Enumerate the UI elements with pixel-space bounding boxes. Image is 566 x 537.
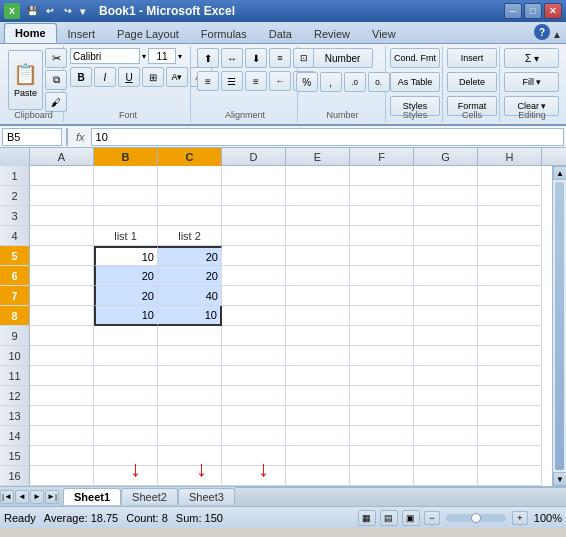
cell-D13[interactable] bbox=[222, 406, 286, 426]
fill-button[interactable]: Fill ▾ bbox=[504, 72, 559, 92]
sum-button[interactable]: Σ ▾ bbox=[504, 48, 559, 68]
cell-E9[interactable] bbox=[286, 326, 350, 346]
cell-D12[interactable] bbox=[222, 386, 286, 406]
cell-F6[interactable] bbox=[350, 266, 414, 286]
decrease-decimal-button[interactable]: 0. bbox=[368, 72, 390, 92]
cell-A5[interactable] bbox=[30, 246, 94, 266]
cell-E6[interactable] bbox=[286, 266, 350, 286]
copy-button[interactable]: ⧉ bbox=[45, 70, 67, 90]
row-header-9[interactable]: 9 bbox=[0, 326, 29, 346]
cell-F2[interactable] bbox=[350, 186, 414, 206]
cell-C8[interactable]: 10 bbox=[158, 306, 222, 326]
cell-E13[interactable] bbox=[286, 406, 350, 426]
cell-H11[interactable] bbox=[478, 366, 542, 386]
cell-D8[interactable] bbox=[222, 306, 286, 326]
cell-D7[interactable] bbox=[222, 286, 286, 306]
cell-F12[interactable] bbox=[350, 386, 414, 406]
cell-G2[interactable] bbox=[414, 186, 478, 206]
cell-D10[interactable] bbox=[222, 346, 286, 366]
row-header-8[interactable]: 8 bbox=[0, 306, 29, 326]
row-header-14[interactable]: 14 bbox=[0, 426, 29, 446]
cell-C4[interactable]: list 2 bbox=[158, 226, 222, 246]
cell-D14[interactable] bbox=[222, 426, 286, 446]
cell-G6[interactable] bbox=[414, 266, 478, 286]
cell-B6[interactable]: 20 bbox=[94, 266, 158, 286]
number-format-dropdown[interactable]: Number bbox=[313, 48, 373, 68]
cell-C5[interactable]: 20 bbox=[158, 246, 222, 266]
cell-F14[interactable] bbox=[350, 426, 414, 446]
cell-H13[interactable] bbox=[478, 406, 542, 426]
tab-data[interactable]: Data bbox=[258, 24, 303, 43]
cell-G12[interactable] bbox=[414, 386, 478, 406]
cell-H2[interactable] bbox=[478, 186, 542, 206]
cell-G1[interactable] bbox=[414, 166, 478, 186]
cut-button[interactable]: ✂ bbox=[45, 48, 67, 68]
cell-A9[interactable] bbox=[30, 326, 94, 346]
cell-E11[interactable] bbox=[286, 366, 350, 386]
cell-C7[interactable]: 40 bbox=[158, 286, 222, 306]
row-header-6[interactable]: 6 bbox=[0, 266, 29, 286]
cell-G14[interactable] bbox=[414, 426, 478, 446]
cell-C11[interactable] bbox=[158, 366, 222, 386]
row-header-3[interactable]: 3 bbox=[0, 206, 29, 226]
align-middle-button[interactable]: ↔ bbox=[221, 48, 243, 68]
cell-G8[interactable] bbox=[414, 306, 478, 326]
cell-B3[interactable] bbox=[94, 206, 158, 226]
cell-D16[interactable] bbox=[222, 466, 286, 486]
cell-D5[interactable] bbox=[222, 246, 286, 266]
cell-E5[interactable] bbox=[286, 246, 350, 266]
cell-D2[interactable] bbox=[222, 186, 286, 206]
cell-G9[interactable] bbox=[414, 326, 478, 346]
conditional-formatting-button[interactable]: Cond. Fmt bbox=[390, 48, 440, 68]
sheet-nav-first[interactable]: |◄ bbox=[0, 490, 14, 504]
cell-H10[interactable] bbox=[478, 346, 542, 366]
cell-H7[interactable] bbox=[478, 286, 542, 306]
col-header-D[interactable]: D bbox=[222, 148, 286, 166]
cell-A7[interactable] bbox=[30, 286, 94, 306]
row-header-13[interactable]: 13 bbox=[0, 406, 29, 426]
sheet-tab-sheet1[interactable]: Sheet1 bbox=[63, 488, 121, 505]
row-header-5[interactable]: 5 bbox=[0, 246, 29, 266]
cell-D6[interactable] bbox=[222, 266, 286, 286]
cell-H9[interactable] bbox=[478, 326, 542, 346]
border-button[interactable]: ⊞ bbox=[142, 67, 164, 87]
row-header-7[interactable]: 7 bbox=[0, 286, 29, 306]
align-right-button[interactable]: ≡ bbox=[245, 71, 267, 91]
quick-save-btn[interactable]: 💾 bbox=[24, 4, 40, 18]
sheet-nav-prev[interactable]: ◄ bbox=[15, 490, 29, 504]
row-header-15[interactable]: 15 bbox=[0, 446, 29, 466]
cell-F10[interactable] bbox=[350, 346, 414, 366]
cell-E3[interactable] bbox=[286, 206, 350, 226]
cell-F9[interactable] bbox=[350, 326, 414, 346]
cell-G7[interactable] bbox=[414, 286, 478, 306]
cell-C10[interactable] bbox=[158, 346, 222, 366]
cell-H16[interactable] bbox=[478, 466, 542, 486]
cell-D4[interactable] bbox=[222, 226, 286, 246]
formula-input[interactable] bbox=[91, 128, 564, 146]
cell-F13[interactable] bbox=[350, 406, 414, 426]
col-header-F[interactable]: F bbox=[350, 148, 414, 166]
cell-E14[interactable] bbox=[286, 426, 350, 446]
cell-A15[interactable] bbox=[30, 446, 94, 466]
cell-E4[interactable] bbox=[286, 226, 350, 246]
cell-B8[interactable]: 10 bbox=[94, 306, 158, 326]
maximize-btn[interactable]: □ bbox=[524, 3, 542, 19]
cell-B4[interactable]: list 1 bbox=[94, 226, 158, 246]
bold-button[interactable]: B bbox=[70, 67, 92, 87]
cell-E15[interactable] bbox=[286, 446, 350, 466]
zoom-in-btn[interactable]: + bbox=[512, 511, 528, 525]
cell-F8[interactable] bbox=[350, 306, 414, 326]
cell-C16[interactable] bbox=[158, 466, 222, 486]
cell-B1[interactable] bbox=[94, 166, 158, 186]
tab-review[interactable]: Review bbox=[303, 24, 361, 43]
cell-B15[interactable] bbox=[94, 446, 158, 466]
cell-A8[interactable] bbox=[30, 306, 94, 326]
sheet-nav-last[interactable]: ►| bbox=[45, 490, 59, 504]
cell-B5[interactable]: 10 bbox=[94, 246, 158, 266]
quick-undo-btn[interactable]: ↩ bbox=[42, 4, 58, 18]
cell-C2[interactable] bbox=[158, 186, 222, 206]
close-btn[interactable]: ✕ bbox=[544, 3, 562, 19]
cell-A1[interactable] bbox=[30, 166, 94, 186]
cell-H14[interactable] bbox=[478, 426, 542, 446]
format-painter-button[interactable]: 🖌 bbox=[45, 92, 67, 112]
